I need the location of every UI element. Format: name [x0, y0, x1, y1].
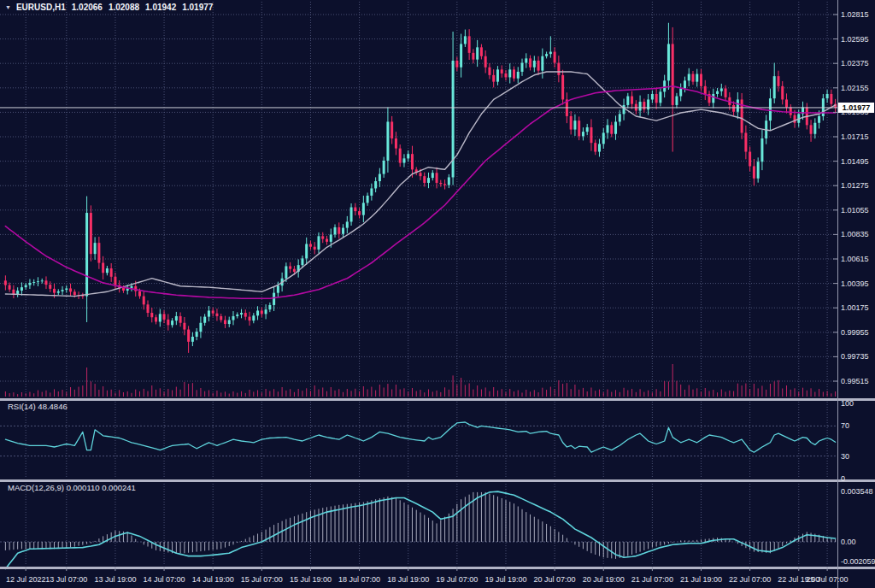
- rsi-layer: [5, 422, 835, 452]
- rsi-tick-label: 70: [841, 421, 849, 430]
- macd-tick-label: -0.002059: [841, 557, 875, 566]
- price-tick-label: 1.02155: [841, 84, 869, 92]
- time-tick-label: 18 Jul 07:00: [338, 575, 380, 584]
- price-tick-label: 1.00395: [841, 279, 869, 288]
- time-tick-label: 13 Jul 07:00: [45, 575, 87, 584]
- price-tick-label: 1.00175: [841, 303, 869, 312]
- time-tick-label: 20 Jul 19:00: [583, 575, 625, 584]
- price-tick-label: 1.01495: [841, 157, 869, 166]
- macd-tick-label: 0.00: [841, 538, 856, 546]
- price-tick-label: 0.99735: [841, 352, 869, 361]
- time-tick-label: 19 Jul 19:00: [484, 575, 526, 584]
- time-tick-label: 13 Jul 19:00: [94, 575, 136, 584]
- ohlc-high: 1.02088: [109, 3, 139, 12]
- macd-tick-label: 0.003548: [841, 487, 873, 496]
- price-tick-label: 1.01055: [841, 206, 869, 215]
- price-tick-label: 1.00835: [841, 230, 869, 238]
- time-tick-label: 22 Jul 07:00: [729, 575, 771, 584]
- time-tick-label: 14 Jul 19:00: [192, 575, 234, 584]
- trading-chart-window: 1.028151.025951.023751.021551.019351.017…: [0, 0, 875, 588]
- ma-fast-line: [5, 72, 835, 297]
- time-tick-label: 14 Jul 07:00: [144, 575, 185, 584]
- time-tick-label: 21 Jul 19:00: [680, 575, 722, 584]
- time-tick-label: 15 Jul 07:00: [241, 575, 283, 584]
- price-tick-label: 0.99515: [841, 377, 869, 385]
- candles-layer: [4, 23, 837, 353]
- panel-separator[interactable]: [0, 567, 875, 569]
- rsi-tick-label: 100: [841, 399, 854, 408]
- ohlc-low: 1.01942: [145, 3, 176, 12]
- price-tick-label: 0.99955: [841, 328, 869, 337]
- chart-title: ▼ EURUSD,H1 1.02066 1.02088 1.01942 1.01…: [5, 3, 213, 12]
- panel-separator[interactable]: [0, 398, 875, 401]
- symbol-label: EURUSD,H1: [16, 3, 66, 12]
- price-tick-label: 1.01275: [841, 181, 869, 190]
- price-tick-label: 1.02375: [841, 59, 869, 68]
- price-tick-label: 1.00615: [841, 255, 869, 263]
- ohlc-close: 1.01977: [182, 3, 213, 12]
- rsi-indicator-label: RSI(14) 48.4846: [8, 402, 68, 411]
- rsi-tick-label: 0: [841, 474, 845, 483]
- volume-layer: [5, 364, 835, 397]
- moving-averages-layer: [5, 72, 835, 298]
- time-tick-label: 12 Jul 2022: [6, 575, 46, 584]
- macd-indicator-label: MACD(12,26,9) 0.000110 0.000241: [8, 483, 136, 492]
- ohlc-open: 1.02066: [72, 3, 103, 12]
- price-tick-label: 1.01715: [841, 132, 869, 141]
- price-tick-label: 1.02595: [841, 35, 869, 44]
- time-tick-label: 20 Jul 07:00: [534, 575, 576, 584]
- macd-layer: [5, 491, 835, 568]
- time-tick-label: 18 Jul 19:00: [387, 575, 429, 584]
- price-chart-canvas[interactable]: 1.028151.025951.023751.021551.019351.017…: [0, 0, 875, 588]
- ma-slow-line: [5, 86, 835, 298]
- time-tick-label: 21 Jul 07:00: [631, 575, 673, 584]
- panel-separator[interactable]: [0, 479, 875, 482]
- price-tick-label: 1.02815: [841, 10, 869, 19]
- rsi-tick-label: 30: [841, 452, 849, 461]
- time-tick-label: 25 Jul 07:00: [807, 575, 849, 584]
- current-price-tag: 1.01977: [838, 103, 874, 113]
- rsi-line: [5, 422, 835, 452]
- symbol-dropdown-icon[interactable]: ▼: [5, 4, 11, 10]
- time-tick-label: 19 Jul 07:00: [436, 575, 478, 584]
- time-tick-label: 15 Jul 19:00: [290, 575, 332, 584]
